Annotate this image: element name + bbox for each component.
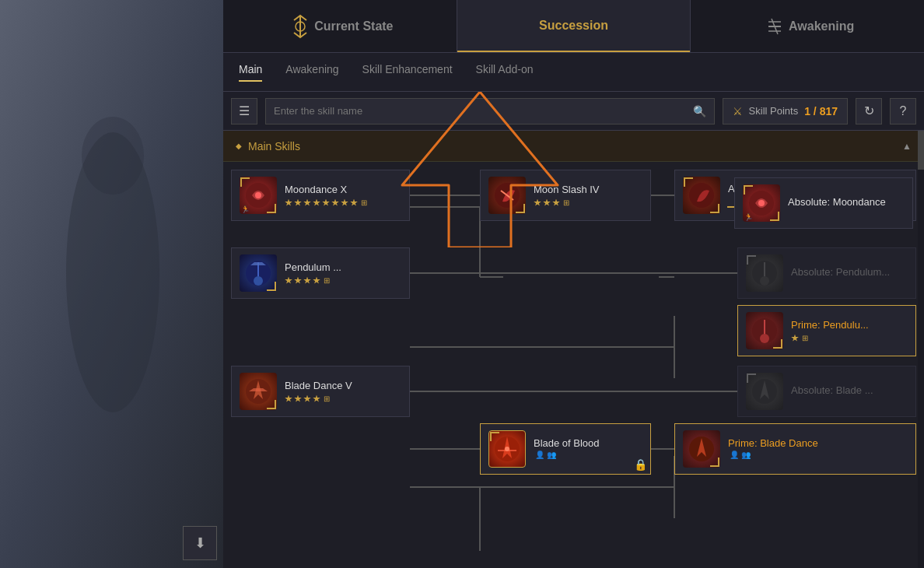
- abs-moondance-container: 🏃 Absolute: Moondance: [734, 177, 913, 229]
- help-button[interactable]: ?: [890, 98, 916, 124]
- skill-moondance-x-info: Moondance X ⊞: [285, 184, 401, 207]
- skill-icon-pendulum: [240, 254, 277, 292]
- lock-icon: 🔒: [634, 458, 647, 471]
- skill-icon-abs-moonslash: [683, 177, 720, 214]
- skill-prime-pendulum-stars: ⊞: [791, 334, 908, 342]
- refresh-button[interactable]: ↻: [856, 98, 882, 124]
- search-icon: 🔍: [693, 105, 706, 117]
- star-7: [341, 199, 348, 207]
- star-expand-icon: ⊞: [361, 198, 367, 207]
- star-3: [552, 199, 560, 207]
- top-nav: Current State Succession Awakening: [223, 0, 924, 53]
- nav-awakening-label: Awakening: [789, 19, 854, 33]
- abs-moondance-run-icon: 🏃: [744, 213, 753, 221]
- tab-skill-enhancement[interactable]: Skill Enhancement: [362, 63, 453, 82]
- svg-point-39: [758, 200, 765, 206]
- h-connector-1: [410, 195, 480, 196]
- collapse-button[interactable]: ▲: [902, 141, 912, 152]
- filter-icon: ☰: [239, 103, 250, 118]
- sub-tabs: Main Awakening Skill Enhancement Skill A…: [223, 53, 924, 92]
- skill-card-abs-moondance[interactable]: 🏃 Absolute: Moondance: [734, 177, 913, 229]
- section-title-text: Main Skills: [248, 140, 300, 153]
- row-prime-pendulum: Prime: Pendulu... ⊞: [231, 305, 916, 356]
- star-5: [322, 199, 330, 207]
- blood-people-icons: 👤 👥: [535, 451, 644, 459]
- star-1: [285, 277, 292, 285]
- main-panel: Current State Succession Awakening Main …: [223, 0, 924, 568]
- skill-prime-pendulum-info: Prime: Pendulu... ⊞: [791, 319, 908, 342]
- skill-card-bladedance[interactable]: Blade Dance V ⊞: [231, 366, 410, 417]
- expand-br-icon-abs: [710, 204, 719, 213]
- skill-bladedance-info: Blade Dance V ⊞: [285, 380, 401, 403]
- help-icon: ?: [900, 104, 907, 118]
- star-2: [294, 199, 302, 207]
- scrollbar-track[interactable]: [918, 131, 924, 568]
- nav-awakening[interactable]: Awakening: [690, 0, 924, 52]
- svg-point-27: [254, 276, 263, 286]
- expand-bladedance: [267, 400, 276, 409]
- download-button[interactable]: ⬇: [183, 526, 217, 560]
- skill-icon-prime-bladedance: [683, 430, 720, 468]
- skill-abs-bladedance-name: Absolute: Blade ...: [791, 384, 908, 396]
- star-2: [294, 277, 302, 285]
- star-6: [331, 199, 339, 207]
- expand-prime-bladedance: [710, 458, 719, 467]
- abs-moondance-name: Absolute: Moondance: [788, 196, 905, 208]
- abs-moondance-info: Absolute: Moondance: [788, 196, 905, 211]
- expand-abs-moondance-tl: [744, 185, 753, 195]
- svg-point-35: [505, 447, 509, 451]
- section-title: ◆ Main Skills: [236, 140, 300, 153]
- skill-card-prime-bladedance[interactable]: Prime: Blade Dance 👤 👥: [674, 423, 916, 475]
- skill-icon-bladedance: [240, 373, 277, 410]
- expand-blood-tl: [490, 432, 499, 441]
- scrollbar-thumb[interactable]: [918, 131, 924, 170]
- star-4: [313, 277, 320, 285]
- row-pendulum: Pendulum ... ⊞: [231, 247, 916, 299]
- search-input-wrap[interactable]: 🔍: [265, 98, 715, 124]
- person-icon-4: 👥: [741, 451, 751, 459]
- nav-current-state[interactable]: Current State: [223, 0, 457, 52]
- expand-br-icon-2: [516, 204, 525, 213]
- expand-abs-moondance-br: [770, 212, 779, 221]
- h-connector-pendulum: [410, 272, 737, 274]
- current-state-icon: [286, 12, 314, 40]
- svg-point-2: [82, 117, 144, 195]
- tab-main[interactable]: Main: [239, 63, 262, 82]
- tab-skill-addon[interactable]: Skill Add-on: [476, 63, 534, 82]
- row-abs-moondance: [231, 230, 916, 238]
- nav-current-state-label: Current State: [314, 19, 393, 33]
- search-input[interactable]: [274, 105, 693, 117]
- skill-card-abs-pendulum[interactable]: Absolute: Pendulum...: [737, 247, 916, 299]
- nav-succession[interactable]: Succession: [457, 0, 691, 52]
- star-3: [303, 277, 311, 285]
- expand-tl-icon-abs: [684, 177, 693, 187]
- filter-button[interactable]: ☰: [231, 98, 257, 124]
- expand-pendulum: [267, 282, 276, 291]
- person-icon-2: 👥: [547, 451, 556, 459]
- skill-icon-abs-pendulum: [746, 254, 783, 292]
- star-expand-icon-2: ⊞: [563, 198, 569, 207]
- skill-card-pendulum[interactable]: Pendulum ... ⊞: [231, 247, 410, 299]
- svg-point-23: [255, 192, 261, 198]
- star-1: [285, 395, 292, 403]
- tab-awakening[interactable]: Awakening: [285, 63, 338, 82]
- skill-card-abs-bladedance[interactable]: Absolute: Blade ...: [737, 366, 916, 417]
- skill-moon-slash-info: Moon Slash IV ⊞: [534, 184, 642, 207]
- h-connector-bladedance: [410, 391, 737, 392]
- svg-point-29: [760, 276, 769, 286]
- skill-card-moon-slash[interactable]: Moon Slash IV ⊞: [480, 170, 651, 221]
- skill-abs-pendulum-name: Absolute: Pendulum...: [791, 266, 908, 278]
- skill-moon-slash-stars: ⊞: [534, 198, 642, 207]
- skill-moondance-x-stars: ⊞: [285, 198, 401, 207]
- expand-tl-icon: [240, 177, 250, 187]
- spacer-left: [231, 230, 410, 238]
- row-bladedance: Blade Dance V ⊞: [231, 366, 916, 417]
- skill-card-moondance-x[interactable]: 🏃 Moondance X ⊞: [231, 170, 410, 221]
- skill-card-prime-pendulum[interactable]: Prime: Pendulu... ⊞: [737, 305, 916, 356]
- skill-prime-pendulum-name: Prime: Pendulu...: [791, 319, 908, 331]
- skill-card-blade-of-blood[interactable]: Blade of Blood 👤 👥 🔒: [480, 423, 651, 475]
- background-area: [0, 0, 226, 568]
- section-header: ◆ Main Skills ▲: [223, 131, 924, 162]
- person-icon-1: 👤: [535, 451, 544, 459]
- star-3: [303, 199, 311, 207]
